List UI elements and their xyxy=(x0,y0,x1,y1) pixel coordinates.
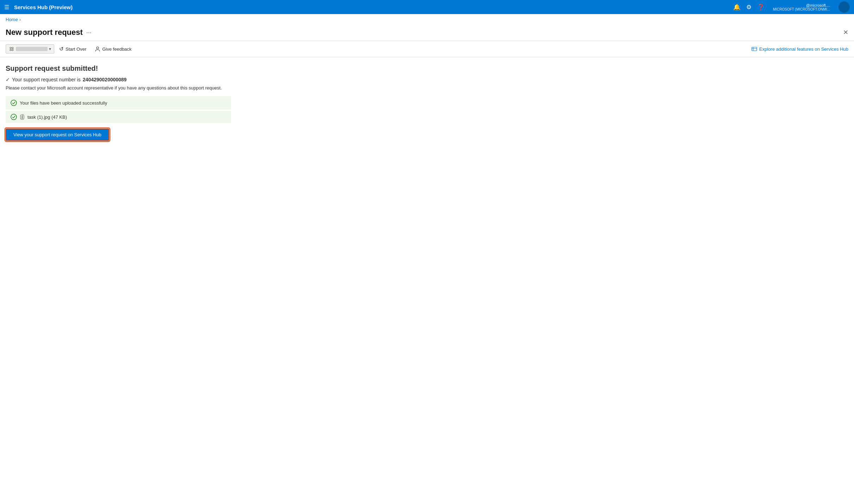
check-icon: ✓ xyxy=(6,77,10,82)
breadcrumb: Home › xyxy=(0,14,854,25)
more-options-icon[interactable]: ··· xyxy=(86,29,92,36)
give-feedback-button[interactable]: Give feedback xyxy=(91,44,135,54)
upload-success-text: Your files have been uploaded successful… xyxy=(20,100,107,106)
view-support-request-button[interactable]: View your support request on Services Hu… xyxy=(6,129,109,141)
submitted-title: Support request submitted! xyxy=(6,64,848,73)
toolbar: ▾ ↺ Start Over Give feedback Explore add… xyxy=(0,41,854,57)
close-icon[interactable]: ✕ xyxy=(843,29,848,36)
explore-features[interactable]: Explore additional features on Services … xyxy=(751,46,848,52)
topbar: ☰ Services Hub (Preview) 🔔 ⚙ ❓ @microsof… xyxy=(0,0,854,14)
avatar[interactable] xyxy=(838,1,850,13)
refresh-icon: ↺ xyxy=(59,46,64,52)
settings-icon[interactable]: ⚙ xyxy=(746,4,751,11)
upload-success-item: Your files have been uploaded successful… xyxy=(6,96,231,110)
page-header: New support request ··· ✕ xyxy=(0,25,854,41)
upload-check-circle-icon xyxy=(11,100,17,106)
workspace-selector-text xyxy=(16,47,48,51)
workspace-icon xyxy=(9,46,14,52)
file-item: task (1).jpg (47 KB) xyxy=(6,111,231,123)
user-info: @microsoft.... MICROSOFT (MICROSOFT.ONMI… xyxy=(773,3,830,11)
breadcrumb-home[interactable]: Home xyxy=(6,17,18,22)
svg-point-8 xyxy=(97,47,99,49)
topbar-icons: 🔔 ⚙ ❓ @microsoft.... MICROSOFT (MICROSOF… xyxy=(733,1,850,13)
svg-point-12 xyxy=(11,100,17,106)
svg-point-1 xyxy=(12,47,13,49)
file-name: task (1).jpg (47 KB) xyxy=(27,114,67,120)
chevron-down-icon: ▾ xyxy=(49,46,51,51)
svg-rect-9 xyxy=(752,47,757,51)
start-over-button[interactable]: ↺ Start Over xyxy=(56,44,90,54)
request-number-row: ✓ Your support request number is 2404290… xyxy=(6,77,848,82)
upload-success-banner: Your files have been uploaded successful… xyxy=(6,96,231,110)
toolbar-left: ▾ ↺ Start Over Give feedback xyxy=(6,44,751,54)
menu-icon[interactable]: ☰ xyxy=(4,4,9,11)
app-title: Services Hub (Preview) xyxy=(14,4,733,10)
explore-icon xyxy=(751,46,757,52)
contact-text: Please contact your Microsoft account re… xyxy=(6,85,848,91)
breadcrumb-separator: › xyxy=(19,17,21,22)
help-icon[interactable]: ❓ xyxy=(757,4,765,11)
explore-label: Explore additional features on Services … xyxy=(759,46,848,52)
svg-point-2 xyxy=(10,49,11,51)
workspace-selector[interactable]: ▾ xyxy=(6,44,54,54)
notification-icon[interactable]: 🔔 xyxy=(733,4,741,11)
page-title: New support request xyxy=(6,28,83,37)
start-over-label: Start Over xyxy=(66,46,86,52)
request-number: 2404290020000089 xyxy=(83,77,127,82)
request-number-prefix: Your support request number is xyxy=(12,77,81,82)
feedback-icon xyxy=(95,46,100,52)
user-email: @microsoft.... xyxy=(806,3,830,7)
attachment-icon xyxy=(20,114,25,120)
file-check-circle-icon xyxy=(11,114,17,120)
svg-point-0 xyxy=(10,47,11,49)
give-feedback-label: Give feedback xyxy=(102,46,131,52)
user-tenant: MICROSOFT (MICROSOFT.ONMI... xyxy=(773,7,830,11)
svg-point-3 xyxy=(12,49,13,51)
svg-point-13 xyxy=(11,114,17,120)
main-content: Support request submitted! ✓ Your suppor… xyxy=(0,57,854,148)
